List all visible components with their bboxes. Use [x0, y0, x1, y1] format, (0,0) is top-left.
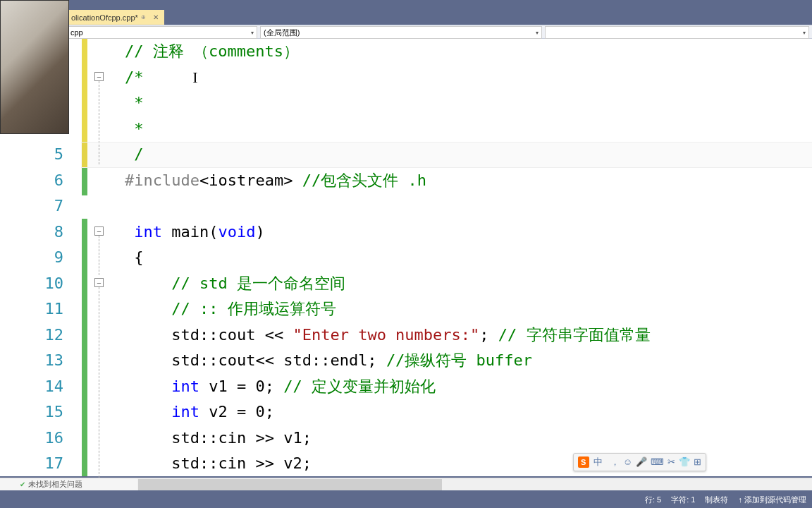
token: <iostream>	[199, 168, 293, 194]
code-line[interactable]: std::cin >> v1;	[125, 425, 812, 452]
token	[125, 399, 171, 425]
token: // 字符串字面值常量	[498, 322, 651, 349]
token: *	[125, 116, 144, 143]
status-char[interactable]: 字符: 1	[671, 495, 695, 505]
token	[125, 271, 171, 297]
line-number: 11	[0, 296, 63, 322]
code-line[interactable]: std::cin >> v2;	[125, 451, 812, 477]
tab-title: olicationOfcpp.cpp*	[71, 13, 138, 22]
navigation-bar: cpp (全局范围)	[0, 25, 812, 39]
close-icon[interactable]: ✕	[152, 13, 160, 22]
code-line[interactable]: // :: 作用域运算符号	[125, 296, 812, 322]
token: // :: 作用域运算符号	[171, 296, 336, 322]
token: v1 = 0;	[199, 374, 283, 400]
code-line[interactable]: std::cout<< std::endl; //操纵符号 buffer	[125, 348, 812, 374]
ime-lang[interactable]: 中	[593, 456, 603, 468]
line-number: 10	[0, 271, 63, 297]
code-line[interactable]: int v1 = 0; // 定义变量并初始化	[125, 374, 812, 400]
ime-logo-icon[interactable]: S	[578, 456, 589, 468]
ok-icon: ✔	[20, 480, 25, 488]
dropdown-value: (全局范围)	[264, 28, 300, 38]
titlebar-spacer	[0, 0, 812, 10]
line-number: 15	[0, 399, 63, 425]
line-number: 7	[0, 193, 63, 219]
ime-tool-icon[interactable]: 🎤	[636, 456, 647, 467]
line-number: 6	[0, 168, 63, 194]
code-line[interactable]: #include<iostream> //包含头文件 .h	[125, 168, 812, 194]
code-content[interactable]: // 注释 （comments）/* I * * /#include<iostr…	[81, 39, 812, 476]
token: int	[171, 374, 199, 400]
code-line[interactable]: int v2 = 0;	[125, 399, 812, 425]
token	[125, 296, 171, 322]
line-number: 12	[0, 322, 63, 349]
code-line[interactable]: // std 是一个命名空间	[125, 271, 812, 297]
code-line[interactable]: int main(void)	[125, 219, 812, 246]
ime-tool-icon[interactable]: ，	[610, 456, 620, 467]
code-line[interactable]: *	[125, 116, 812, 143]
token: main(	[162, 219, 218, 246]
text-caret: I	[192, 65, 197, 91]
token: ;	[479, 322, 498, 349]
token: #include	[125, 168, 199, 194]
token: "Enter two numbers:"	[293, 322, 479, 349]
issues-text: 未找到相关问题	[28, 479, 82, 490]
token: *	[125, 90, 144, 116]
status-mode[interactable]: 制表符	[705, 495, 728, 505]
status-scm[interactable]: ↑ 添加到源代码管理	[738, 495, 806, 505]
token: //操纵符号 buffer	[386, 348, 532, 374]
horizontal-scrollbar[interactable]	[137, 478, 812, 490]
line-number: 16	[0, 425, 63, 452]
code-line[interactable]: *	[125, 90, 812, 116]
line-number: 14	[0, 374, 63, 400]
code-line[interactable]	[125, 193, 812, 219]
line-number: 9	[0, 245, 63, 271]
token: // 注释 （comments）	[125, 39, 299, 65]
ime-tool-icon[interactable]: ✂	[668, 456, 675, 467]
project-dropdown[interactable]: cpp	[67, 26, 257, 39]
dropdown-value: cpp	[70, 28, 83, 37]
current-line-highlight	[81, 142, 812, 168]
token: /*	[125, 65, 171, 91]
token: // 定义变量并初始化	[283, 374, 436, 400]
token: std::cin >> v2;	[125, 451, 312, 477]
code-line[interactable]: // 注释 （comments）	[125, 39, 812, 65]
document-tab[interactable]: olicationOfcpp.cpp* ⊕ ✕	[67, 10, 164, 25]
token: std::cout <<	[125, 322, 293, 349]
ime-tool-icon[interactable]: ☺	[623, 456, 632, 467]
token: {	[125, 245, 144, 271]
code-line[interactable]: std::cout << "Enter two numbers:"; // 字符…	[125, 322, 812, 349]
token: )	[255, 219, 264, 246]
code-editor[interactable]: 567891011121314151617 −−− // 注释 （comment…	[0, 39, 812, 476]
line-number: 13	[0, 348, 63, 374]
token: std::cout<< std::endl;	[125, 348, 386, 374]
line-number: 5	[0, 142, 63, 168]
webcam-overlay	[0, 0, 69, 134]
token: int	[134, 219, 162, 246]
status-line[interactable]: 行: 5	[645, 495, 661, 505]
ime-toolbar[interactable]: S 中 ，☺🎤⌨✂👕⊞	[573, 453, 706, 471]
ime-tool-icon[interactable]: ⊞	[694, 456, 701, 467]
line-number: 8	[0, 219, 63, 246]
token: int	[171, 399, 199, 425]
token	[125, 374, 171, 400]
token: std::cin >> v1;	[125, 425, 312, 452]
code-line[interactable]: {	[125, 245, 812, 271]
token: // std 是一个命名空间	[171, 271, 345, 297]
scope-dropdown[interactable]: (全局范围)	[260, 26, 542, 39]
scrollbar-thumb[interactable]	[138, 479, 442, 490]
pin-icon[interactable]: ⊕	[141, 14, 146, 20]
line-number: 17	[0, 451, 63, 477]
member-dropdown[interactable]	[545, 26, 809, 39]
token	[125, 219, 134, 246]
token: void	[218, 219, 255, 246]
ime-tool-icon[interactable]: 👕	[679, 456, 690, 467]
code-line[interactable]: /* I	[125, 65, 812, 91]
token: v2 = 0;	[199, 399, 274, 425]
token: //包含头文件 .h	[293, 168, 426, 194]
document-tab-bar: olicationOfcpp.cpp* ⊕ ✕	[0, 10, 812, 25]
ime-tool-icon[interactable]: ⌨	[651, 456, 664, 467]
issues-panel[interactable]: ✔ 未找到相关问题	[0, 478, 137, 490]
status-bar: 行: 5 字符: 1 制表符 ↑ 添加到源代码管理	[0, 491, 812, 508]
